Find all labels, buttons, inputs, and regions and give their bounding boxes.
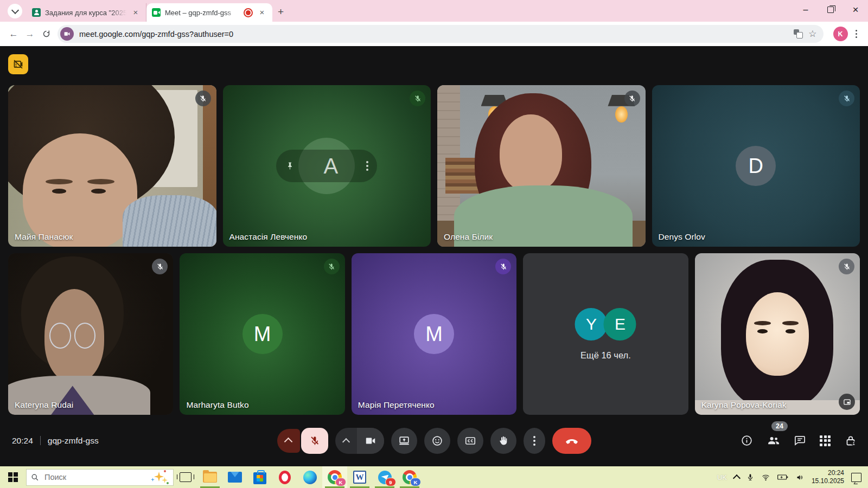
mic-options-button[interactable] bbox=[277, 429, 300, 453]
captions-icon bbox=[464, 435, 476, 447]
taskbar-app-edge[interactable] bbox=[297, 466, 322, 488]
address-bar[interactable]: meet.google.com/gqp-zmfd-gss?authuser=0 … bbox=[58, 25, 824, 43]
video-grid-row-2: Kateryna Rudai M Marharyta Butko M Марія… bbox=[8, 253, 860, 415]
tab-close-button[interactable]: × bbox=[131, 8, 141, 17]
host-controls-button[interactable] bbox=[844, 434, 857, 447]
tray-volume-icon[interactable] bbox=[795, 473, 805, 481]
search-input[interactable] bbox=[43, 472, 146, 482]
mic-off-icon bbox=[324, 259, 340, 274]
meeting-details-button[interactable] bbox=[741, 434, 753, 447]
restore-button[interactable] bbox=[818, 0, 843, 20]
tile-hover-controls: А bbox=[276, 150, 377, 182]
meet-page: Майя Панасюк А Анастасія Левченко bbox=[0, 46, 868, 466]
mic-mute-button[interactable] bbox=[301, 428, 328, 454]
taskbar-app-chrome-profile2[interactable]: K bbox=[397, 466, 422, 488]
translate-icon[interactable] bbox=[794, 29, 803, 38]
start-button[interactable] bbox=[0, 466, 26, 488]
tab-search-button[interactable] bbox=[8, 4, 22, 18]
camera-icon bbox=[365, 435, 376, 447]
present-button[interactable] bbox=[391, 428, 417, 454]
word-icon: W bbox=[353, 471, 366, 484]
taskbar-search[interactable] bbox=[26, 469, 174, 486]
more-options-icon bbox=[533, 436, 535, 446]
tab-title: Задания для курса "2025-26_К bbox=[45, 9, 126, 17]
avatar: E bbox=[604, 308, 636, 341]
camera-in-use-icon[interactable] bbox=[60, 27, 74, 41]
tray-date: 15.10.2025 bbox=[812, 477, 844, 485]
tray-mic-icon[interactable] bbox=[746, 473, 754, 481]
avatar-letter: А bbox=[323, 154, 338, 178]
pin-icon[interactable] bbox=[285, 161, 295, 171]
hidden-icons-chevron[interactable] bbox=[733, 474, 741, 481]
participant-name: Denys Orlov bbox=[659, 232, 705, 242]
back-button[interactable]: ← bbox=[5, 26, 22, 42]
participants-button[interactable]: 24 bbox=[767, 434, 780, 447]
raise-hand-button[interactable] bbox=[490, 428, 516, 454]
activities-button[interactable] bbox=[820, 435, 831, 446]
tray-clock[interactable]: 20:24 15.10.2025 bbox=[812, 469, 844, 485]
taskbar-app-chrome-profile1[interactable]: K bbox=[322, 466, 347, 488]
tab-close-button[interactable]: × bbox=[257, 8, 267, 17]
participant-name: Kateryna Rudai bbox=[15, 400, 73, 410]
participant-tile-kateryna[interactable]: Kateryna Rudai bbox=[8, 253, 173, 415]
captions-button[interactable] bbox=[457, 428, 483, 454]
tray-battery-icon[interactable] bbox=[777, 473, 788, 481]
taskbar-app-opera[interactable] bbox=[272, 466, 297, 488]
reactions-button[interactable] bbox=[424, 428, 450, 454]
reload-button[interactable] bbox=[38, 26, 54, 42]
participant-tile-anastasiia[interactable]: А Анастасія Левченко bbox=[223, 85, 431, 247]
action-center-icon[interactable] bbox=[851, 473, 861, 482]
browser-menu-button[interactable] bbox=[850, 27, 863, 42]
chrome-profile-badge: K bbox=[410, 478, 421, 486]
mic-off-icon bbox=[495, 259, 511, 274]
mic-off-icon bbox=[195, 91, 211, 106]
more-options-icon[interactable] bbox=[366, 161, 368, 171]
participant-name: Karyna Popova-Koriak bbox=[701, 400, 787, 410]
tray-wifi-icon[interactable] bbox=[761, 473, 770, 481]
participant-name: Анастасія Левченко bbox=[229, 232, 308, 242]
taskbar-app-telegram[interactable]: 9 bbox=[372, 466, 397, 488]
notification-count-badge: 9 bbox=[385, 478, 396, 486]
participant-tile-mariia[interactable]: M Марія Перетяченко bbox=[352, 253, 516, 415]
close-window-button[interactable]: × bbox=[843, 0, 868, 20]
end-call-button[interactable] bbox=[552, 428, 591, 454]
taskbar-app-store[interactable] bbox=[247, 466, 272, 488]
tab-classroom[interactable]: Задания для курса "2025-26_К × bbox=[27, 3, 146, 22]
file-explorer-icon bbox=[203, 472, 217, 483]
mic-off-icon bbox=[839, 91, 854, 106]
minimize-button[interactable]: – bbox=[793, 0, 818, 20]
reload-icon bbox=[42, 29, 51, 38]
mail-icon bbox=[228, 472, 242, 483]
restore-icon bbox=[827, 7, 834, 13]
windows-taskbar: K W 9 K UK 20:24 15.10.2025 bbox=[0, 466, 868, 488]
forward-button[interactable]: → bbox=[22, 26, 38, 42]
camera-options-button[interactable] bbox=[335, 428, 357, 454]
chat-button[interactable] bbox=[794, 434, 806, 447]
participant-tile-denys[interactable]: D Denys Orlov bbox=[652, 85, 860, 247]
task-view-button[interactable] bbox=[174, 466, 197, 488]
language-indicator[interactable]: UK bbox=[717, 473, 727, 481]
participant-tile-olena[interactable]: Олена Білик bbox=[437, 85, 646, 247]
chevron-down-icon bbox=[11, 7, 18, 14]
webcam-video bbox=[695, 253, 860, 415]
chevron-up-icon bbox=[284, 438, 293, 446]
taskbar-app-explorer[interactable] bbox=[197, 466, 222, 488]
more-options-button[interactable] bbox=[524, 428, 545, 454]
picture-in-picture-button[interactable] bbox=[839, 394, 855, 410]
overflow-tile[interactable]: Y E Ещё 16 чел. bbox=[523, 253, 688, 415]
profile-avatar[interactable]: K bbox=[833, 27, 848, 41]
framing-off-indicator[interactable] bbox=[8, 54, 28, 74]
taskbar-app-word[interactable]: W bbox=[347, 466, 372, 488]
avatar: Y bbox=[575, 308, 608, 341]
mic-off-icon bbox=[839, 259, 854, 274]
participant-tile-karyna[interactable]: Karyna Popova-Koriak bbox=[695, 253, 860, 415]
meeting-code-label: gqp-zmfd-gss bbox=[48, 436, 99, 446]
tab-meet[interactable]: Meet – gqp-zmfd-gss × bbox=[146, 3, 272, 22]
participant-tile-marharyta[interactable]: M Marharyta Butko bbox=[180, 253, 344, 415]
camera-toggle-button[interactable] bbox=[357, 428, 384, 454]
taskbar-app-mail[interactable] bbox=[222, 466, 247, 488]
new-tab-button[interactable]: + bbox=[278, 6, 284, 18]
emoji-icon bbox=[431, 435, 443, 447]
bookmark-star-icon[interactable]: ☆ bbox=[808, 28, 816, 40]
participant-tile-maiia[interactable]: Майя Панасюк bbox=[8, 85, 216, 247]
